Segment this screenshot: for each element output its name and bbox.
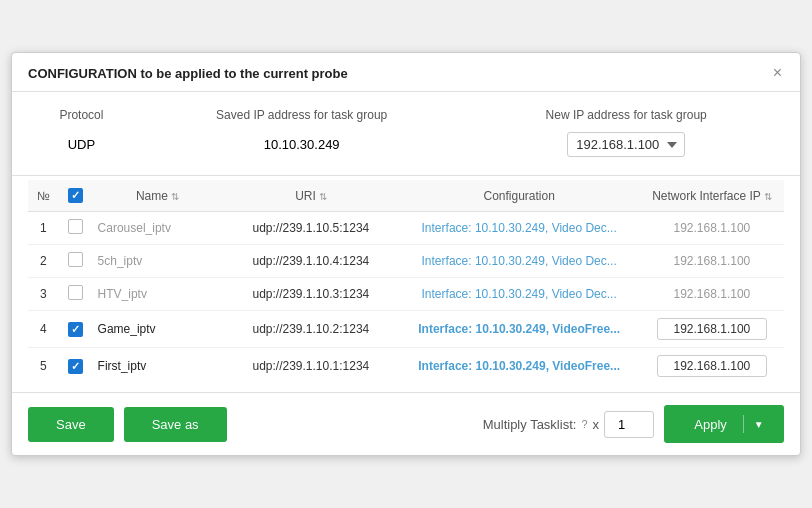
multiply-x-symbol: x bbox=[593, 417, 600, 432]
row-net-ip: 192.168.1.100 bbox=[640, 311, 784, 348]
row-config[interactable]: Interface: 10.10.30.249, Video Dec... bbox=[399, 212, 640, 245]
row-num: 3 bbox=[28, 278, 59, 311]
row-net-ip: 192.168.1.100 bbox=[640, 245, 784, 278]
new-ip-cell: 192.168.1.100 bbox=[468, 126, 784, 163]
row-net-ip: 192.168.1.100 bbox=[640, 348, 784, 385]
row-checkbox[interactable] bbox=[68, 252, 83, 267]
table-row: 3HTV_iptvudp://239.1.10.3:1234Interface:… bbox=[28, 278, 784, 311]
main-table-section: № Name URI Configuration Network Interfa… bbox=[12, 180, 800, 384]
row-name: Carousel_iptv bbox=[92, 212, 224, 245]
row-config[interactable]: Interface: 10.10.30.249, Video Dec... bbox=[399, 278, 640, 311]
new-ip-dropdown[interactable]: 192.168.1.100 bbox=[567, 132, 685, 157]
col-new-ip-header: New IP address for task group bbox=[468, 104, 784, 126]
th-config: Configuration bbox=[399, 180, 640, 212]
row-num: 5 bbox=[28, 348, 59, 385]
row-config[interactable]: Interface: 10.10.30.249, VideoFree... bbox=[399, 348, 640, 385]
col-protocol-header: Protocol bbox=[28, 104, 135, 126]
dialog-title: CONFIGURATION to be applied to the curre… bbox=[28, 66, 348, 81]
row-num: 4 bbox=[28, 311, 59, 348]
table-row: 5First_iptvudp://239.1.10.1:1234Interfac… bbox=[28, 348, 784, 385]
apply-label: Apply bbox=[674, 417, 743, 432]
row-name: First_iptv bbox=[92, 348, 224, 385]
save-as-button[interactable]: Save as bbox=[124, 407, 227, 442]
ip-config-table: Protocol Saved IP address for task group… bbox=[28, 104, 784, 163]
multiply-label-text: Multiply Tasklist: bbox=[483, 417, 577, 432]
row-num: 2 bbox=[28, 245, 59, 278]
table-row: 1Carousel_iptvudp://239.1.10.5:1234Inter… bbox=[28, 212, 784, 245]
multiply-input[interactable] bbox=[604, 411, 654, 438]
row-config[interactable]: Interface: 10.10.30.249, Video Dec... bbox=[399, 245, 640, 278]
top-ip-section: Protocol Saved IP address for task group… bbox=[12, 92, 800, 176]
dialog-header: CONFIGURATION to be applied to the curre… bbox=[12, 53, 800, 92]
multiply-tasklist-group: Multiply Tasklist: ? x bbox=[483, 411, 654, 438]
close-button[interactable]: × bbox=[771, 65, 784, 81]
row-name: HTV_iptv bbox=[92, 278, 224, 311]
row-uri: udp://239.1.10.3:1234 bbox=[223, 278, 398, 311]
row-config[interactable]: Interface: 10.10.30.249, VideoFree... bbox=[399, 311, 640, 348]
row-uri: udp://239.1.10.1:1234 bbox=[223, 348, 398, 385]
th-num: № bbox=[28, 180, 59, 212]
row-check-cell bbox=[59, 311, 92, 348]
table-row: 4Game_iptvudp://239.1.10.2:1234Interface… bbox=[28, 311, 784, 348]
saved-ip-value: 10.10.30.249 bbox=[135, 126, 468, 163]
row-checkbox[interactable] bbox=[68, 359, 83, 374]
row-checkbox[interactable] bbox=[68, 322, 83, 337]
multiply-help-icon[interactable]: ? bbox=[581, 418, 587, 430]
row-check-cell bbox=[59, 348, 92, 385]
th-name[interactable]: Name bbox=[92, 180, 224, 212]
select-all-checkbox[interactable] bbox=[68, 188, 83, 203]
th-uri[interactable]: URI bbox=[223, 180, 398, 212]
apply-button[interactable]: Apply ▼ bbox=[664, 405, 784, 443]
configuration-dialog: CONFIGURATION to be applied to the curre… bbox=[11, 52, 801, 456]
row-check-cell bbox=[59, 212, 92, 245]
row-checkbox[interactable] bbox=[68, 219, 83, 234]
row-check-cell bbox=[59, 245, 92, 278]
row-name: 5ch_iptv bbox=[92, 245, 224, 278]
col-saved-ip-header: Saved IP address for task group bbox=[135, 104, 468, 126]
row-check-cell bbox=[59, 278, 92, 311]
protocol-value: UDP bbox=[28, 126, 135, 163]
row-uri: udp://239.1.10.4:1234 bbox=[223, 245, 398, 278]
row-uri: udp://239.1.10.5:1234 bbox=[223, 212, 398, 245]
row-checkbox[interactable] bbox=[68, 285, 83, 300]
th-net[interactable]: Network Interface IP bbox=[640, 180, 784, 212]
table-row: 25ch_iptvudp://239.1.10.4:1234Interface:… bbox=[28, 245, 784, 278]
save-button[interactable]: Save bbox=[28, 407, 114, 442]
row-net-ip: 192.168.1.100 bbox=[640, 212, 784, 245]
row-uri: udp://239.1.10.2:1234 bbox=[223, 311, 398, 348]
row-num: 1 bbox=[28, 212, 59, 245]
row-name: Game_iptv bbox=[92, 311, 224, 348]
dialog-footer: Save Save as Multiply Tasklist: ? x Appl… bbox=[12, 392, 800, 455]
tasks-table: № Name URI Configuration Network Interfa… bbox=[28, 180, 784, 384]
apply-dropdown-arrow[interactable]: ▼ bbox=[744, 419, 774, 430]
th-check bbox=[59, 180, 92, 212]
row-net-ip: 192.168.1.100 bbox=[640, 278, 784, 311]
